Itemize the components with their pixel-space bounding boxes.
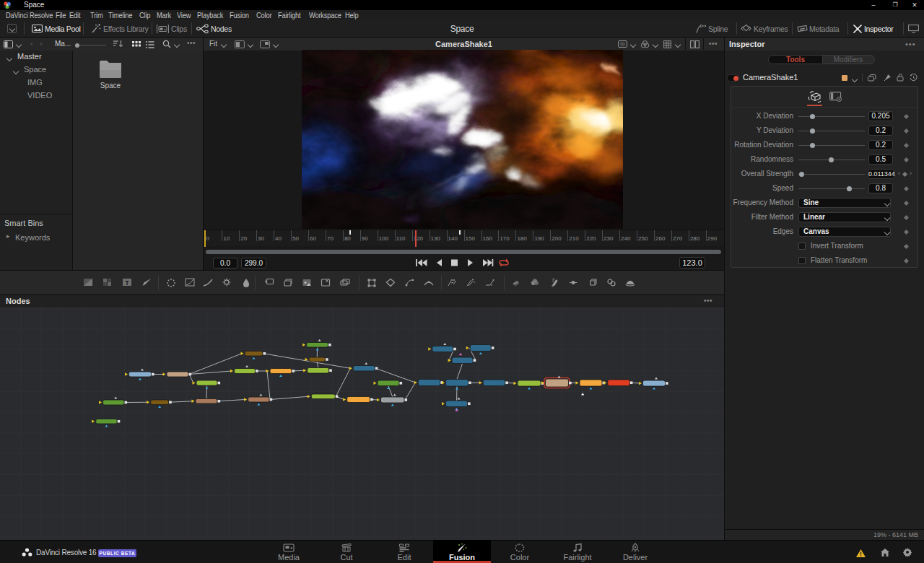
svg-text:T: T [125,279,129,287]
svg-text:SD: SD [620,42,625,46]
svg-text:T: T [552,278,555,283]
